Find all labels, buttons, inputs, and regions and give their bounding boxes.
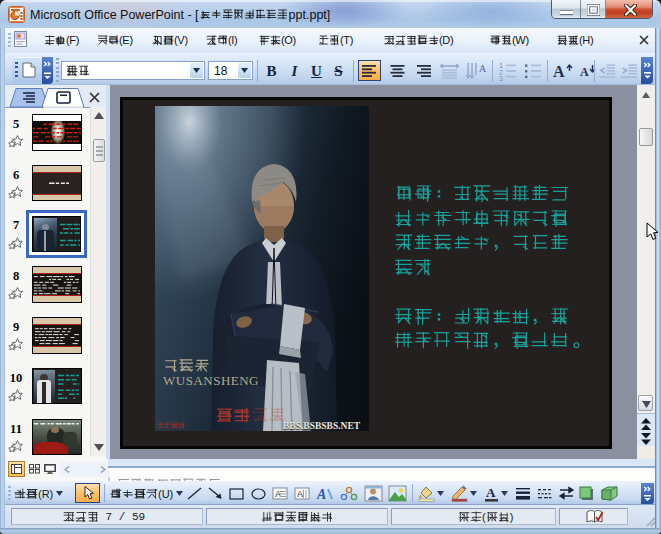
svg-text:A: A <box>297 489 303 499</box>
svg-text:A: A <box>580 65 589 79</box>
svg-text:A: A <box>553 63 565 80</box>
svg-text:A: A <box>486 485 496 500</box>
svg-text:3: 3 <box>499 75 503 82</box>
svg-text:A: A <box>316 487 326 502</box>
svg-text:A: A <box>479 63 487 74</box>
